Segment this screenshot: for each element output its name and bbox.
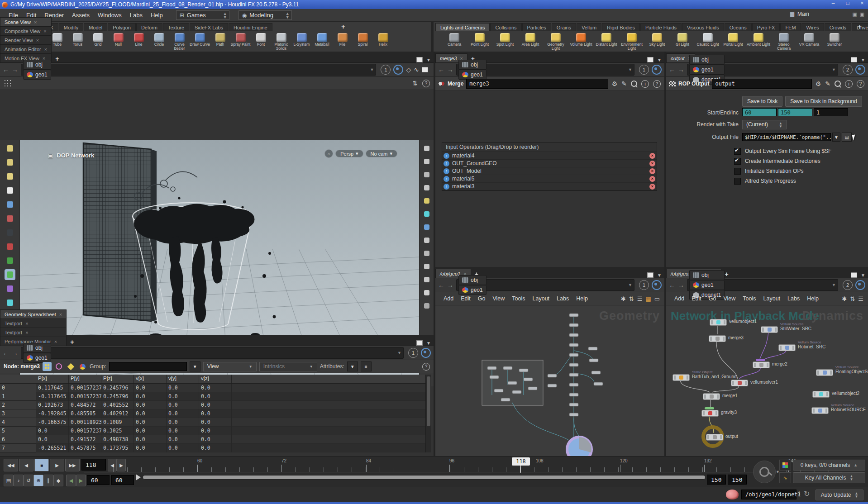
- viewport-display-icon[interactable]: [422, 183, 431, 192]
- nav-back-icon[interactable]: ←: [669, 66, 675, 73]
- file-chooser-icon[interactable]: ▤: [842, 133, 852, 142]
- help-icon[interactable]: ?: [422, 363, 430, 371]
- close-tab-icon[interactable]: ×: [54, 339, 57, 344]
- shelf-tool[interactable]: Torus: [67, 33, 88, 50]
- pane-menu-icon[interactable]: ▼: [861, 57, 865, 62]
- search-icon[interactable]: [835, 81, 841, 87]
- dynamics-network-canvas[interactable]: Network in Playback Mode Dynamics: [666, 305, 868, 457]
- play-reverse-button[interactable]: ◀: [19, 459, 33, 471]
- checkbox-row[interactable]: ✔ Create Intermediate Directories: [734, 157, 820, 165]
- delete-input-icon[interactable]: ×: [649, 161, 655, 166]
- path-dropdown-icon[interactable]: ▼: [628, 283, 632, 287]
- shelf-tool[interactable]: Environment Light: [619, 33, 644, 50]
- channel-layers-icon[interactable]: [779, 460, 791, 471]
- viewport-tool-icon[interactable]: [5, 185, 15, 196]
- column-list-icon[interactable]: ≡: [361, 361, 372, 371]
- shelf-tab[interactable]: Texture: [163, 23, 189, 31]
- path-chip[interactable]: geo1: [23, 70, 51, 80]
- close-tab-icon[interactable]: ×: [43, 29, 46, 34]
- viewport-tool-icon[interactable]: [5, 297, 15, 308]
- viewport-tool-icon[interactable]: [5, 241, 15, 252]
- column-header[interactable]: v[x]: [134, 375, 167, 383]
- nav-back-icon[interactable]: ←: [438, 281, 444, 289]
- shelf-tab[interactable]: Oceans: [725, 23, 752, 31]
- file-dropdown-icon[interactable]: ▼: [832, 133, 840, 142]
- viewport-tool-icon[interactable]: [5, 199, 15, 210]
- shelf-tool[interactable]: Font: [251, 33, 271, 50]
- shelf-tab[interactable]: Model: [84, 23, 107, 31]
- link-target-icon[interactable]: [855, 65, 865, 75]
- menu-item[interactable]: Layout: [760, 294, 784, 304]
- viewport-display-icon[interactable]: [422, 196, 431, 205]
- reorder-up-icon[interactable]: ↑: [444, 168, 449, 174]
- path-chip[interactable]: geo1: [23, 353, 51, 363]
- set-key-button[interactable]: [753, 461, 776, 483]
- path-chip[interactable]: obj: [689, 55, 725, 65]
- pane-maximize-icon[interactable]: [647, 272, 653, 278]
- shelf-tab[interactable]: Polygon: [108, 23, 136, 31]
- jump-to-start-button[interactable]: ◀◀: [4, 459, 18, 471]
- nav-back-icon[interactable]: ←: [438, 66, 444, 73]
- viewport-display-icon[interactable]: [422, 262, 431, 271]
- toolbox-grip-icon[interactable]: [4, 79, 13, 87]
- range-end2-field[interactable]: 150: [728, 475, 747, 485]
- projection-selector[interactable]: Persp▾: [335, 150, 363, 157]
- viewport-display-icon[interactable]: [422, 275, 431, 284]
- menu-item[interactable]: Go: [705, 294, 720, 304]
- checkbox[interactable]: ✔: [734, 158, 741, 165]
- network-node[interactable]: Static Object BathTub_and_Ground: [672, 374, 689, 380]
- pane-tab[interactable]: Geometry Spreadsheet×: [0, 309, 67, 319]
- realtime-toggle-icon[interactable]: ⊕: [33, 475, 43, 486]
- delete-input-icon[interactable]: ×: [649, 176, 655, 182]
- merge-input-row[interactable]: ↑ OUT_Model ×: [442, 167, 657, 175]
- title-bar[interactable]: G:/My Drive/WIP/MARDINI_2025/DAY25_FLOOD…: [0, 0, 868, 9]
- pin-icon[interactable]: ∿: [414, 66, 419, 73]
- pane-menu-icon[interactable]: ▼: [657, 57, 662, 62]
- path-field[interactable]: obj geo1 ▼: [456, 279, 634, 291]
- link-badge[interactable]: 1: [408, 348, 418, 358]
- path-chip[interactable]: obj: [458, 60, 486, 70]
- playbar-handle[interactable]: [136, 474, 141, 480]
- shelf-tool[interactable]: Stereo Camera: [771, 33, 796, 50]
- shelf-tool[interactable]: Line: [129, 33, 149, 50]
- brain-icon[interactable]: [726, 490, 739, 499]
- column-header[interactable]: P[x]: [36, 375, 69, 383]
- gear-icon[interactable]: ⚙: [816, 80, 821, 87]
- merge-input-row[interactable]: ↑ OUT_GroundGEO ×: [442, 160, 657, 167]
- pane-maximize-icon[interactable]: [416, 340, 423, 346]
- take-dropdown[interactable]: (Current) ▲▼: [742, 120, 787, 129]
- audio-icon[interactable]: ♪: [14, 475, 24, 486]
- view-cube-icon[interactable]: ◇: [406, 66, 411, 73]
- shelf-tool[interactable]: Camera: [442, 33, 467, 50]
- reorder-up-icon[interactable]: ↑: [444, 176, 449, 182]
- nav-forward-icon[interactable]: →: [678, 66, 684, 73]
- network-node[interactable]: Vellum Source StillWater_SRC: [761, 326, 777, 332]
- delete-input-icon[interactable]: ×: [649, 168, 655, 174]
- close-tab-icon[interactable]: ×: [25, 321, 28, 326]
- add-shelf-tab-button[interactable]: +: [854, 23, 865, 30]
- menu-item[interactable]: View: [720, 294, 739, 304]
- vertices-mode-icon[interactable]: [54, 362, 63, 371]
- viewport-display-icon[interactable]: [422, 301, 431, 310]
- menu-item[interactable]: Assets: [68, 10, 94, 20]
- table-row[interactable]: 0 0.1176450.00157237 0.2457960.0 0.00.0: [0, 384, 425, 392]
- current-frame-marker[interactable]: 118: [512, 457, 530, 466]
- shelf-tool[interactable]: Curve Bezier: [169, 33, 190, 50]
- pane-menu-icon[interactable]: ▼: [426, 341, 431, 346]
- menu-item[interactable]: View: [489, 294, 508, 304]
- path-dropdown-icon[interactable]: ▼: [832, 283, 836, 287]
- new-pane-tab-button[interactable]: +: [52, 55, 62, 62]
- brush-icon[interactable]: ✎: [825, 80, 830, 87]
- column-header[interactable]: v[y]: [167, 375, 199, 383]
- link-target-icon[interactable]: [652, 280, 662, 290]
- tree-icon[interactable]: ⇅: [629, 295, 634, 302]
- network-node[interactable]: Vellum Source Robinet_SRC: [778, 344, 795, 350]
- viewport-tool-icon[interactable]: [5, 283, 15, 294]
- shelf-tab[interactable]: Particle Fluids: [640, 23, 682, 31]
- reorder-up-icon[interactable]: ↑: [444, 153, 449, 159]
- display-options-icon[interactable]: ▤: [4, 475, 14, 486]
- menu-item[interactable]: Edit: [457, 294, 474, 304]
- detail-mode-icon[interactable]: [78, 362, 87, 371]
- refresh-icon[interactable]: ↻: [804, 490, 810, 498]
- shelf-tool[interactable]: Null: [108, 33, 129, 50]
